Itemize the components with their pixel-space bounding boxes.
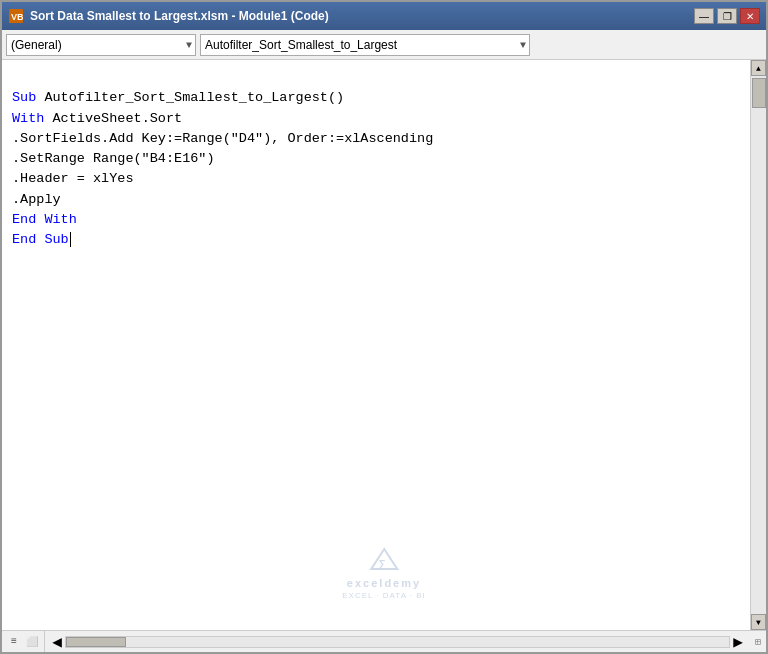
list-icon[interactable]: ≡ (6, 634, 22, 650)
scroll-right-button[interactable]: ▶ (730, 634, 746, 650)
vertical-scrollbar: ▲ ▼ (750, 60, 766, 630)
status-bar: ≡ ⬜ ◀ ▶ ⊞ (2, 630, 766, 652)
general-dropdown-wrapper: (General) ▼ (6, 34, 196, 56)
general-dropdown[interactable]: (General) (6, 34, 196, 56)
h-scroll-thumb[interactable] (66, 637, 126, 647)
horizontal-scrollbar: ◀ ▶ (45, 631, 750, 652)
code-editor[interactable]: Sub Autofilter_Sort_Smallest_to_Largest(… (2, 60, 750, 630)
main-window: VB Sort Data Smallest to Largest.xlsm - … (0, 0, 768, 654)
procedure-dropdown[interactable]: Autofilter_Sort_Smallest_to_Largest (200, 34, 530, 56)
close-button[interactable]: ✕ (740, 8, 760, 24)
code-line-5: .Header = xlYes (12, 171, 134, 186)
code-line-7: End With (12, 212, 77, 227)
scroll-track-v[interactable] (751, 76, 766, 614)
maximize-button[interactable]: ❐ (717, 8, 737, 24)
title-bar-left: VB Sort Data Smallest to Largest.xlsm - … (8, 8, 329, 24)
code-line-1: Sub Autofilter_Sort_Smallest_to_Largest(… (12, 90, 344, 105)
svg-text:VB: VB (11, 12, 24, 22)
vba-icon: VB (8, 8, 24, 24)
title-bar: VB Sort Data Smallest to Largest.xlsm - … (2, 2, 766, 30)
h-scroll-track[interactable] (65, 636, 730, 648)
title-buttons: — ❐ ✕ (694, 8, 760, 24)
code-line-8: End Sub (12, 232, 79, 247)
toolbar: (General) ▼ Autofilter_Sort_Smallest_to_… (2, 30, 766, 60)
code-line-2: With ActiveSheet.Sort (12, 111, 182, 126)
scroll-thumb-v[interactable] (752, 78, 766, 108)
code-line-3: .SortFields.Add Key:=Range("D4"), Order:… (12, 131, 433, 146)
scroll-up-button[interactable]: ▲ (751, 60, 766, 76)
status-left-panel: ≡ ⬜ (2, 631, 45, 652)
code-line-6: .Apply (12, 192, 61, 207)
editor-container: Sub Autofilter_Sort_Smallest_to_Largest(… (2, 60, 766, 630)
window-title: Sort Data Smallest to Largest.xlsm - Mod… (30, 9, 329, 23)
code-line-4: .SetRange Range("B4:E16") (12, 151, 215, 166)
resize-grip[interactable]: ⊞ (750, 634, 766, 650)
scroll-down-button[interactable]: ▼ (751, 614, 766, 630)
scroll-left-button[interactable]: ◀ (49, 634, 65, 650)
indent-icon[interactable]: ⬜ (24, 634, 40, 650)
procedure-dropdown-wrapper: Autofilter_Sort_Smallest_to_Largest ▼ (200, 34, 530, 56)
minimize-button[interactable]: — (694, 8, 714, 24)
